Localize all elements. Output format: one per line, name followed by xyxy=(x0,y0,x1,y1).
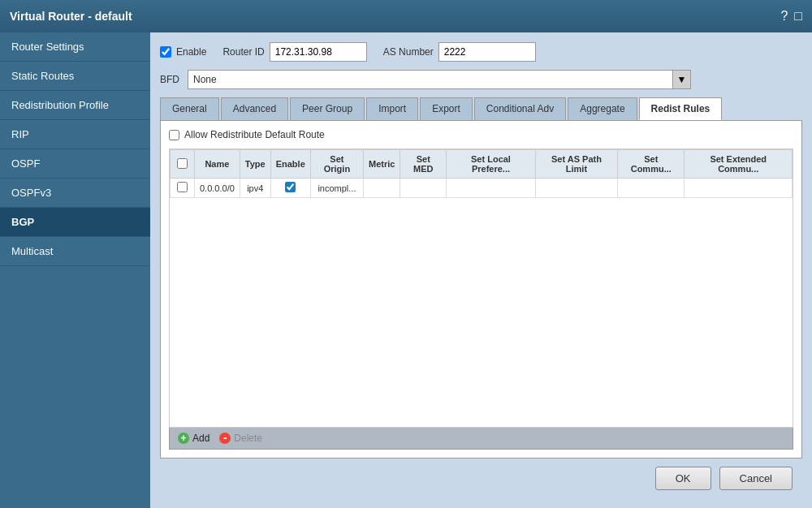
col-header-set-med: Set MED xyxy=(400,150,447,179)
cancel-button[interactable]: Cancel xyxy=(719,467,793,490)
title-bar-icons: ? □ xyxy=(780,9,802,24)
col-header-checkbox xyxy=(171,150,195,179)
sidebar-item-router-settings[interactable]: Router Settings xyxy=(0,32,150,62)
maximize-icon[interactable]: □ xyxy=(794,9,802,24)
ok-button[interactable]: OK xyxy=(655,467,711,490)
sidebar-item-ospfv3[interactable]: OSPFv3 xyxy=(0,179,150,208)
table-header-row: Name Type Enable Set Origin Metric Set M… xyxy=(171,150,793,179)
redist-rules-table: Name Type Enable Set Origin Metric Set M… xyxy=(170,149,793,198)
table-body: 0.0.0.0/0 ipv4 incompl... xyxy=(171,179,793,198)
window-title: Virtual Router - default xyxy=(10,10,132,23)
col-header-type: Type xyxy=(240,150,270,179)
row-type-cell: ipv4 xyxy=(240,179,270,198)
tab-advanced[interactable]: Advanced xyxy=(221,97,288,120)
row-select-cell xyxy=(171,179,195,198)
row-set-med-cell xyxy=(400,179,447,198)
tab-peer-group[interactable]: Peer Group xyxy=(290,97,365,120)
bfd-label: BFD xyxy=(160,74,179,85)
select-all-checkbox[interactable] xyxy=(177,158,188,169)
sidebar-item-static-routes[interactable]: Static Routes xyxy=(0,62,150,91)
content-area: Enable Router ID AS Number BFD None ▼ Ge… xyxy=(150,32,812,508)
col-header-set-origin: Set Origin xyxy=(310,150,363,179)
router-id-input[interactable] xyxy=(270,42,367,62)
tab-aggregate[interactable]: Aggregate xyxy=(568,97,637,120)
allow-redistribute-checkbox[interactable] xyxy=(169,130,179,140)
enable-checkbox[interactable] xyxy=(160,46,171,58)
bfd-select-value: None xyxy=(188,71,672,88)
table-container: Name Type Enable Set Origin Metric Set M… xyxy=(169,149,793,428)
as-number-input[interactable] xyxy=(438,42,536,62)
col-header-metric: Metric xyxy=(364,150,400,179)
delete-label: Delete xyxy=(234,433,262,444)
col-header-name: Name xyxy=(195,150,240,179)
sidebar-item-multicast[interactable]: Multicast xyxy=(0,237,150,266)
remove-icon: - xyxy=(219,433,231,444)
sidebar: Router Settings Static Routes Redistribu… xyxy=(0,32,150,508)
top-controls: Enable Router ID AS Number xyxy=(160,42,802,62)
sidebar-item-redistribution-profile[interactable]: Redistribution Profile xyxy=(0,91,150,120)
col-header-set-extended-commu: Set Extended Commu... xyxy=(685,150,793,179)
sidebar-item-ospf[interactable]: OSPF xyxy=(0,149,150,179)
router-id-label: Router ID xyxy=(222,46,264,58)
tab-export[interactable]: Export xyxy=(420,97,473,120)
col-header-enable: Enable xyxy=(270,150,310,179)
delete-button[interactable]: - Delete xyxy=(219,433,262,444)
row-set-local-pref-cell xyxy=(447,179,536,198)
row-set-commu-cell xyxy=(618,179,685,198)
tab-general[interactable]: General xyxy=(160,97,219,120)
col-header-set-as-path-limit: Set AS Path Limit xyxy=(535,150,617,179)
router-id-section: Router ID xyxy=(222,42,366,62)
bottom-buttons: OK Cancel xyxy=(160,458,802,498)
enable-section: Enable xyxy=(160,46,206,58)
sidebar-item-rip[interactable]: RIP xyxy=(0,120,150,149)
bfd-row: BFD None ▼ xyxy=(160,70,802,89)
col-header-set-local-pref: Set Local Prefere... xyxy=(447,150,536,179)
allow-redistribute-section: Allow Redistribute Default Route xyxy=(169,129,793,140)
as-number-label: AS Number xyxy=(383,46,434,58)
bfd-dropdown-arrow[interactable]: ▼ xyxy=(672,71,690,88)
title-bar: Virtual Router - default ? □ xyxy=(0,0,812,32)
tabs-container: General Advanced Peer Group Import Expor… xyxy=(160,97,802,121)
toolbar: + Add - Delete xyxy=(169,428,793,450)
as-number-section: AS Number xyxy=(383,42,536,62)
main-layout: Router Settings Static Routes Redistribu… xyxy=(0,32,812,508)
table-row: 0.0.0.0/0 ipv4 incompl... xyxy=(171,179,793,198)
enable-label: Enable xyxy=(176,46,206,58)
tab-import[interactable]: Import xyxy=(366,97,418,120)
add-button[interactable]: + Add xyxy=(178,433,209,444)
tab-conditional-adv[interactable]: Conditional Adv xyxy=(474,97,566,120)
help-icon[interactable]: ? xyxy=(780,9,788,24)
add-label: Add xyxy=(192,433,209,444)
bfd-select[interactable]: None ▼ xyxy=(188,70,691,89)
allow-redistribute-label: Allow Redistribute Default Route xyxy=(184,129,325,140)
sidebar-item-bgp[interactable]: BGP xyxy=(0,208,150,237)
row-select-checkbox[interactable] xyxy=(177,182,188,192)
row-set-extended-commu-cell xyxy=(685,179,793,198)
panel: Allow Redistribute Default Route Name Ty… xyxy=(160,121,802,458)
add-icon: + xyxy=(178,433,189,444)
row-metric-cell xyxy=(364,179,400,198)
row-enable-cell xyxy=(270,179,310,198)
row-set-origin-cell: incompl... xyxy=(310,179,363,198)
row-set-as-path-limit-cell xyxy=(535,179,617,198)
row-name-cell: 0.0.0.0/0 xyxy=(195,179,240,198)
col-header-set-commu: Set Commu... xyxy=(618,150,685,179)
tab-redist-rules[interactable]: Redist Rules xyxy=(639,97,723,120)
row-enable-checkbox[interactable] xyxy=(285,182,296,192)
